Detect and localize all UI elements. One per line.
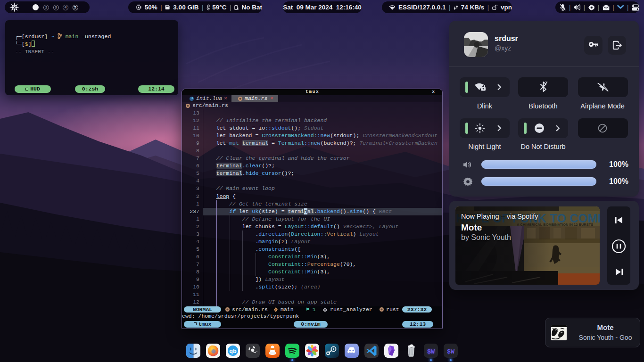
svg-text:qb: qb	[229, 348, 237, 354]
svg-text:$W: $W	[447, 348, 455, 355]
svg-text:$W: $W	[427, 348, 435, 355]
